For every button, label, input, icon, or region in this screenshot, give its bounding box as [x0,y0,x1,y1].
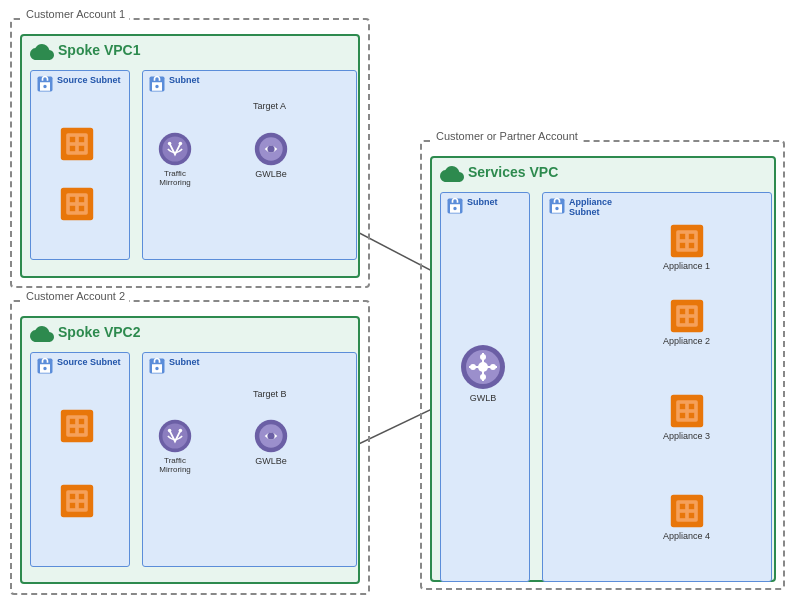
svg-rect-17 [70,146,75,151]
svg-rect-74 [688,309,693,314]
appliance-1-icon [669,223,705,259]
customer-account-2-container: Customer Account 2 Spoke VPC2 Source Sub… [10,300,370,595]
svg-rect-20 [66,193,88,215]
svg-point-61 [490,364,496,370]
traffic-mirroring-1: Traffic Mirroring [157,131,193,187]
appliance-2-icon [669,298,705,334]
svg-rect-18 [79,146,84,151]
appliance-2: Appliance 2 [663,298,710,346]
svg-rect-43 [79,494,84,499]
svg-rect-22 [79,197,84,202]
svg-rect-75 [679,318,684,323]
traffic-mirroring-icon-1 [157,131,193,167]
appliance-subnet: Appliance Subnet Appliance 1 [542,192,772,582]
source-subnet-1-label: Source Subnet [57,75,121,86]
source-subnet-2: Source Subnet [30,352,130,567]
ec2-icon-1b [59,186,95,222]
svg-point-59 [478,362,488,372]
lock-icon-source1 [35,74,55,94]
svg-rect-80 [688,404,693,409]
appliance-1-label: Appliance 1 [663,261,710,271]
svg-rect-87 [679,513,684,518]
gwlbe-1: GWLBe [253,131,289,179]
appliance-2-label: Appliance 2 [663,336,710,346]
services-vpc-box: Services VPC Subnet [430,156,776,582]
customer-account-2-label: Customer Account 2 [22,290,129,302]
services-subnet-label: Subnet [467,197,498,207]
gwlb-label: GWLB [470,393,497,403]
svg-rect-79 [679,404,684,409]
svg-point-28 [168,142,172,146]
gwlbe-icon-1 [253,131,289,167]
cloud-icon-vpc2 [30,322,54,346]
svg-rect-23 [70,206,75,211]
svg-rect-67 [679,234,684,239]
spoke-vpc2-box: Spoke VPC2 Source Subnet [20,316,360,584]
svg-point-29 [179,142,183,146]
svg-rect-38 [70,428,75,433]
svg-rect-82 [688,413,693,418]
svg-rect-39 [79,428,84,433]
cloud-icon-services [440,162,464,186]
svg-rect-35 [66,415,88,437]
svg-point-27 [162,136,187,161]
appliance-4-label: Appliance 4 [663,531,710,541]
svg-point-63 [480,374,486,380]
svg-rect-24 [79,206,84,211]
svg-rect-44 [70,503,75,508]
appliance-subnet-label: Appliance Subnet [569,197,612,217]
svg-rect-36 [70,419,75,424]
customer-account-1-label: Customer Account 1 [22,8,129,20]
ec2-icon-1a [59,126,95,162]
svg-rect-81 [679,413,684,418]
traffic-mirroring-2-label: Traffic Mirroring [159,456,191,474]
spoke-vpc2-label: Spoke VPC2 [58,324,140,340]
source-subnet-2-label: Source Subnet [57,357,121,368]
svg-point-32 [267,145,274,152]
lock-icon-subnet1 [147,74,167,94]
svg-point-48 [162,423,187,448]
svg-rect-76 [688,318,693,323]
ec2-1b [59,186,95,222]
target-a-label: Target A [253,101,286,111]
appliance-3-icon [669,393,705,429]
svg-rect-14 [66,133,88,155]
svg-rect-69 [679,243,684,248]
svg-rect-78 [676,400,698,422]
svg-rect-41 [66,490,88,512]
appliance-4-icon [669,493,705,529]
gwlb-icon [459,343,507,391]
svg-rect-73 [679,309,684,314]
svg-rect-86 [688,504,693,509]
subnet-2-label: Subnet [169,357,200,367]
subnet-1: Subnet Traffic Mirroring Target A [142,70,357,260]
gwlbe-2-label: GWLBe [255,456,287,466]
svg-rect-72 [676,305,698,327]
customer-account-1-container: Customer Account 1 Spoke VPC1 Source Sub… [10,18,370,288]
svg-point-53 [267,432,274,439]
svg-rect-70 [688,243,693,248]
ec2-2a [59,408,95,444]
svg-point-49 [168,429,172,433]
svg-point-50 [179,429,183,433]
traffic-mirroring-2: Traffic Mirroring [157,418,193,474]
cloud-icon-vpc1 [30,40,54,64]
services-account-label: Customer or Partner Account [432,130,582,142]
source-subnet-1: Source Subnet [30,70,130,260]
svg-rect-68 [688,234,693,239]
lock-icon-subnet2 [147,356,167,376]
svg-point-60 [470,364,476,370]
appliance-4: Appliance 4 [663,493,710,541]
gwlbe-1-label: GWLBe [255,169,287,179]
svg-rect-85 [679,504,684,509]
svg-rect-45 [79,503,84,508]
appliance-3-label: Appliance 3 [663,431,710,441]
svg-rect-37 [79,419,84,424]
svg-rect-15 [70,137,75,142]
lock-icon-source2 [35,356,55,376]
svg-point-62 [480,354,486,360]
svg-rect-16 [79,137,84,142]
services-subnet: Subnet GWLB [440,192,530,582]
lock-icon-appliance-subnet [547,196,567,216]
spoke-vpc1-box: Spoke VPC1 Source Subnet [20,34,360,278]
